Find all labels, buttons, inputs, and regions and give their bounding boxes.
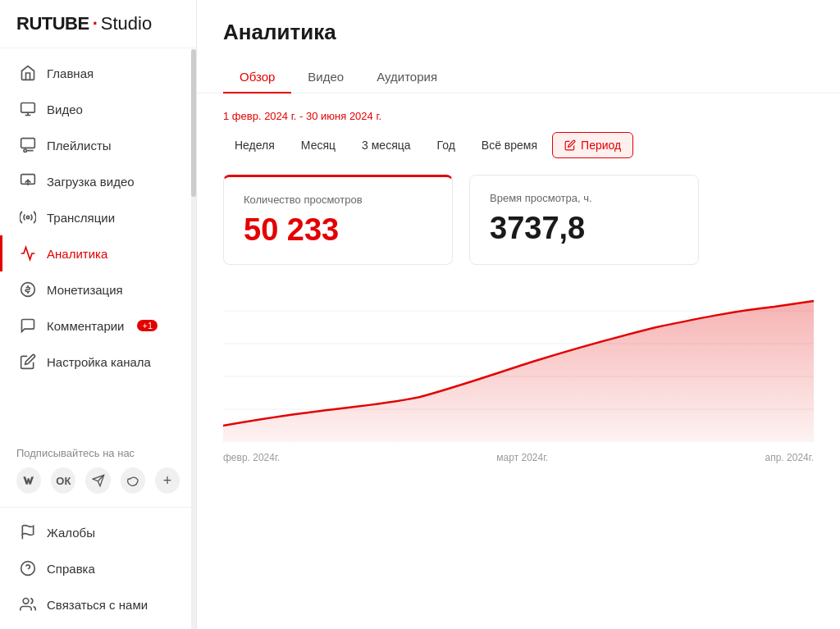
- stream-icon: [19, 208, 37, 226]
- watchtime-value: 3737,8: [490, 211, 678, 246]
- page-title: Аналитика: [223, 20, 814, 45]
- chart-svg: [223, 278, 814, 442]
- sidebar-item-streams[interactable]: Трансляции: [0, 199, 196, 235]
- analytics-icon: [19, 244, 37, 262]
- tab-video[interactable]: Видео: [291, 62, 360, 93]
- period-month-btn[interactable]: Месяц: [290, 133, 347, 157]
- sidebar-item-video[interactable]: Видео: [0, 91, 196, 127]
- sidebar-item-monetization-label: Монетизация: [47, 283, 123, 297]
- tab-overview[interactable]: Обзор: [223, 62, 291, 93]
- logo-dot: ·: [93, 13, 98, 34]
- sidebar-item-contact-label: Связаться с нами: [47, 598, 148, 612]
- period-week-btn[interactable]: Неделя: [223, 133, 286, 157]
- period-custom-label: Период: [581, 139, 621, 152]
- upload-icon: [19, 172, 37, 190]
- sidebar-item-home[interactable]: Главная: [0, 55, 196, 91]
- sidebar-item-upload-label: Загрузка видео: [47, 175, 135, 189]
- plus-icon[interactable]: +: [155, 467, 180, 494]
- scrollbar-track: [191, 49, 196, 629]
- svg-point-14: [23, 599, 29, 604]
- social-title: Подписывайтесь на нас: [16, 447, 180, 459]
- svg-rect-0: [21, 103, 35, 113]
- comments-badge: +1: [137, 320, 158, 331]
- ok-icon[interactable]: ОК: [51, 467, 75, 494]
- views-value: 50 233: [244, 212, 432, 248]
- sidebar-item-settings-label: Настройка канала: [47, 355, 151, 369]
- sidebar-item-upload[interactable]: Загрузка видео: [0, 163, 196, 199]
- flag-icon: [19, 523, 37, 541]
- main-content: Аналитика Обзор Видео Аудитория 1 февр. …: [197, 0, 840, 629]
- chart-container: февр. 2024г. март 2024г. апр. 2024г.: [223, 278, 814, 458]
- period-custom-btn[interactable]: Период: [552, 132, 633, 158]
- period-3months-btn[interactable]: 3 месяца: [350, 133, 422, 157]
- chart-label-feb: февр. 2024г.: [223, 452, 280, 463]
- metric-divider: [453, 175, 469, 265]
- social-section: Подписывайтесь на нас ОК +: [0, 434, 196, 507]
- comment-icon: [19, 317, 37, 335]
- help-icon: [19, 559, 37, 577]
- sidebar-item-playlists-label: Плейлисты: [47, 139, 112, 153]
- chart-labels: февр. 2024г. март 2024г. апр. 2024г.: [223, 445, 814, 463]
- telegram-icon[interactable]: [85, 467, 110, 494]
- video-icon: [19, 100, 37, 118]
- sidebar-item-comments-label: Комментарии: [47, 319, 124, 333]
- metric-watchtime-card[interactable]: Время просмотра, ч. 3737,8: [469, 175, 699, 265]
- social-icons: ОК +: [16, 467, 180, 494]
- sidebar-item-complaints-label: Жалобы: [47, 526, 95, 540]
- money-icon: [19, 280, 37, 299]
- vk-icon[interactable]: [16, 467, 41, 494]
- sidebar-item-complaints[interactable]: Жалобы: [0, 514, 196, 550]
- sidebar-item-contact[interactable]: Связаться с нами: [0, 586, 196, 622]
- period-filters: Неделя Месяц 3 месяца Год Всё время Пери…: [223, 132, 814, 158]
- bottom-nav: Жалобы Справка Связаться с нами: [0, 507, 196, 629]
- watchtime-label: Время просмотра, ч.: [490, 192, 678, 204]
- sidebar-item-playlists[interactable]: Плейлисты: [0, 127, 196, 163]
- sidebar: RUTUBE·Studio Главная Видео Плейлисты: [0, 0, 197, 629]
- sidebar-item-streams-label: Трансляции: [47, 211, 115, 225]
- main-header: Аналитика Обзор Видео Аудитория: [197, 0, 840, 93]
- scrollbar-thumb[interactable]: [191, 49, 196, 197]
- metric-views-card[interactable]: Количество просмотров 50 233: [223, 175, 453, 265]
- sidebar-item-video-label: Видео: [47, 103, 83, 116]
- viber-icon[interactable]: [121, 467, 145, 494]
- svg-point-4: [24, 149, 26, 152]
- chart-label-mar: март 2024г.: [496, 452, 548, 463]
- chart-label-apr: апр. 2024г.: [765, 452, 814, 463]
- logo-rutube: RUTUBE: [16, 13, 89, 34]
- sidebar-item-comments[interactable]: Комментарии +1: [0, 308, 196, 344]
- sidebar-item-analytics[interactable]: Аналитика: [0, 235, 196, 271]
- period-year-btn[interactable]: Год: [426, 133, 467, 157]
- metrics-row: Количество просмотров 50 233 Время просм…: [223, 175, 814, 265]
- svg-rect-3: [21, 139, 35, 148]
- main-body: 1 февр. 2024 г. - 30 июня 2024 г. Неделя…: [197, 93, 840, 629]
- logo-studio: Studio: [101, 13, 152, 34]
- date-range: 1 февр. 2024 г. - 30 июня 2024 г.: [223, 110, 814, 122]
- sidebar-item-home-label: Главная: [47, 66, 94, 80]
- home-icon: [19, 64, 37, 82]
- sidebar-item-help[interactable]: Справка: [0, 550, 196, 586]
- sidebar-item-help-label: Справка: [47, 562, 95, 576]
- tab-audience[interactable]: Аудитория: [360, 62, 454, 93]
- contact-icon: [19, 595, 37, 613]
- playlist-icon: [19, 136, 37, 154]
- tabs: Обзор Видео Аудитория: [223, 62, 814, 93]
- logo: RUTUBE·Studio: [0, 0, 196, 48]
- nav-menu: Главная Видео Плейлисты Загрузка видео: [0, 48, 196, 434]
- sidebar-item-analytics-label: Аналитика: [47, 247, 107, 261]
- period-alltime-btn[interactable]: Всё время: [470, 133, 549, 157]
- sidebar-item-monetization[interactable]: Монетизация: [0, 271, 196, 308]
- settings-icon: [19, 353, 37, 371]
- svg-point-7: [26, 216, 29, 218]
- views-label: Количество просмотров: [244, 194, 432, 206]
- sidebar-item-settings[interactable]: Настройка канала: [0, 344, 196, 380]
